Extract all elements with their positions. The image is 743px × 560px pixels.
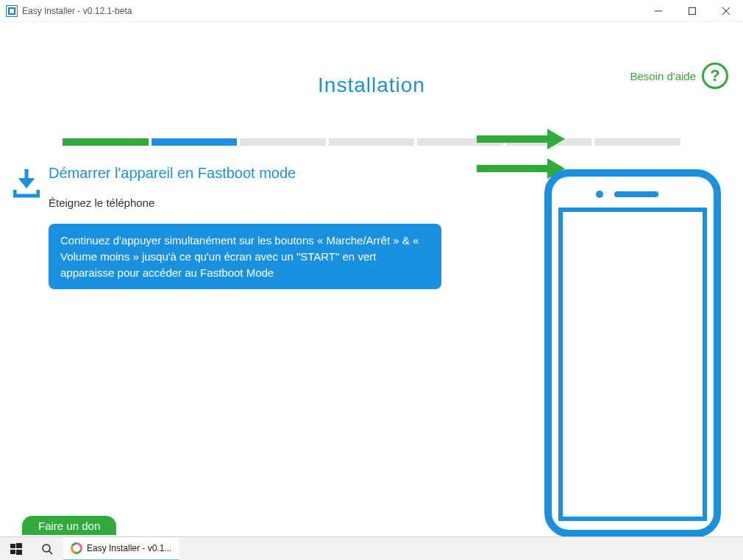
svg-rect-19 [544,283,548,320]
search-icon [41,543,53,555]
step-title: Démarrer l'appareil en Fastboot mode [49,165,453,182]
step-subtitle: Éteignez le téléphone [49,196,453,209]
window-maximize-button[interactable] [675,0,709,22]
progress-segment [329,138,415,146]
progress-segment [594,138,680,146]
help-icon: ? [702,63,728,89]
progress-segment [240,138,326,146]
donate-label: Faire un don [38,520,100,532]
help-label: Besoin d'aide [630,70,696,82]
progress-segment [63,138,149,146]
svg-rect-23 [16,550,22,555]
donate-button[interactable]: Faire un don [22,516,116,535]
download-icon [13,168,40,199]
window-close-button[interactable] [709,0,743,22]
progress-segment [152,138,238,146]
svg-rect-1 [10,9,14,13]
svg-rect-15 [561,210,705,519]
svg-rect-16 [614,191,658,197]
taskbar: Easy Installer - v0.1... [0,536,743,560]
svg-point-24 [43,545,50,552]
svg-point-17 [596,191,603,198]
taskbar-app-button[interactable]: Easy Installer - v0.1... [63,537,179,561]
svg-marker-11 [547,129,565,149]
start-button[interactable] [1,537,31,561]
window-minimize-button[interactable] [641,0,675,22]
svg-rect-20 [10,544,15,548]
taskbar-app-icon [71,542,82,554]
taskbar-app-label: Easy Installer - v0.1... [87,543,171,553]
svg-rect-21 [16,543,22,548]
app-body: Besoin d'aide ? Installation [0,22,743,536]
app-icon [6,5,18,17]
taskbar-search-button[interactable] [32,537,62,561]
progress-bar [63,138,680,146]
arrow-icon [477,129,565,152]
svg-marker-9 [18,178,35,188]
windows-icon [10,543,22,555]
svg-rect-18 [544,250,548,277]
step-callout: Continuez d'appuyer simultanément sur le… [49,224,441,289]
step-text-column: Démarrer l'appareil en Fastboot mode Éte… [49,165,453,289]
help-link[interactable]: Besoin d'aide ? [630,63,728,89]
window-titlebar: Easy Installer - v0.12.1-beta [0,0,743,22]
step-icon-column [13,165,49,289]
svg-line-25 [49,551,52,554]
phone-illustration [544,169,721,536]
svg-rect-3 [689,7,696,14]
svg-rect-22 [10,550,15,554]
window-title: Easy Installer - v0.12.1-beta [22,6,641,16]
